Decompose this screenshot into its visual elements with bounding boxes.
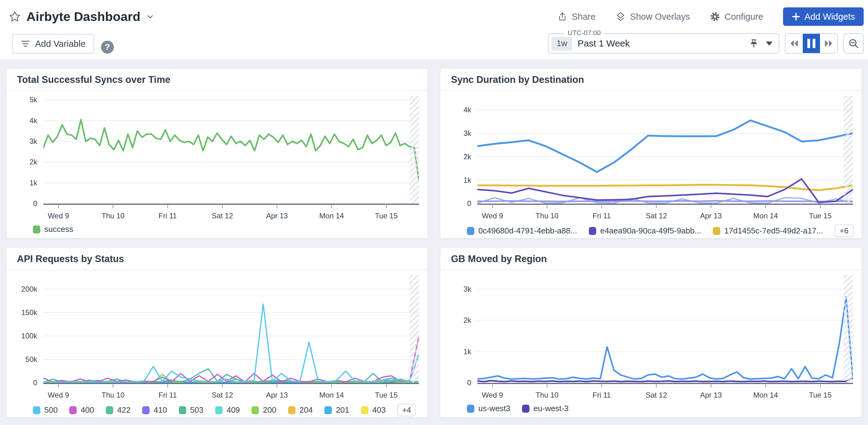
x-tick-label: Apr 13: [255, 212, 299, 220]
time-range-picker[interactable]: UTC-07:00 1w Past 1 Week: [548, 33, 779, 54]
add-widgets-button[interactable]: Add Widgets: [783, 7, 864, 26]
legend-item[interactable]: 409: [215, 405, 240, 415]
y-tick-label: 3k: [440, 129, 471, 138]
x-tick-label: Wed 9: [471, 391, 514, 399]
legend: success: [6, 223, 428, 234]
legend-item[interactable]: 500: [33, 405, 58, 415]
plus-icon: [792, 12, 800, 21]
x-tick-label: Fri 11: [146, 391, 189, 399]
legend-swatch: [251, 406, 259, 414]
legend-swatch: [324, 406, 332, 414]
x-tick-label: Sat 12: [635, 212, 678, 220]
chart-canvas[interactable]: [477, 275, 853, 388]
x-tick-label: Thu 10: [525, 391, 568, 399]
configure-button[interactable]: Configure: [710, 11, 763, 22]
legend-item[interactable]: success: [33, 224, 73, 234]
y-tick-label: 1k: [440, 176, 471, 184]
legend-swatch: [361, 406, 368, 414]
add-widgets-label: Add Widgets: [805, 12, 855, 22]
x-tick-label: Mon 14: [310, 391, 353, 399]
x-tick-label: Tue 15: [365, 212, 408, 220]
fast-forward-button[interactable]: [820, 34, 837, 53]
chart-canvas[interactable]: [477, 96, 853, 209]
caret-down-icon[interactable]: [766, 41, 773, 45]
help-icon[interactable]: ?: [101, 41, 114, 54]
dashboard-grid: Total Successful Syncs over Time Wed 9Th…: [0, 59, 868, 425]
x-tick-label: Thu 10: [525, 212, 568, 220]
y-tick-label: 0: [6, 378, 37, 387]
plot-area[interactable]: [477, 275, 853, 388]
legend-label: 0c49680d-4791-4ebb-a88...: [478, 226, 577, 236]
widget-title[interactable]: Sync Duration by Destination: [440, 69, 862, 91]
legend-swatch: [179, 406, 186, 414]
chart-api-requests: Wed 9Thu 10Fri 11Sat 12Apr 13Mon 14Tue 1…: [6, 270, 428, 416]
widget-title[interactable]: GB Moved by Region: [440, 248, 862, 270]
filter-icon: [21, 39, 30, 48]
legend-label: 403: [372, 405, 386, 415]
x-tick-label: Tue 15: [799, 391, 842, 399]
series-success: [43, 120, 419, 181]
chart-canvas[interactable]: [43, 96, 419, 209]
x-tick-label: Sat 12: [201, 212, 244, 220]
chart-canvas[interactable]: [43, 275, 419, 388]
legend-overflow-chip[interactable]: +6: [835, 224, 854, 237]
range-badge: 1w: [552, 37, 572, 51]
x-axis: Wed 9Thu 10Fri 11Sat 12Apr 13Mon 14Tue 1…: [43, 388, 419, 402]
x-axis: Wed 9Thu 10Fri 11Sat 12Apr 13Mon 14Tue 1…: [43, 209, 419, 223]
dashboard-header: Airbyte Dashboard Share Show Overlays: [0, 0, 868, 59]
legend-item[interactable]: 201: [324, 405, 349, 415]
page-title[interactable]: Airbyte Dashboard: [27, 9, 141, 24]
show-overlays-button[interactable]: Show Overlays: [615, 11, 690, 22]
gear-icon: [710, 11, 720, 22]
widget-title[interactable]: Total Successful Syncs over Time: [6, 69, 428, 91]
plot-area[interactable]: [43, 96, 419, 209]
legend-item[interactable]: e4aea90a-90ca-49f5-9abb...: [589, 226, 701, 236]
legend-item[interactable]: 422: [106, 405, 130, 415]
share-icon: [557, 12, 567, 22]
legend-item[interactable]: eu-west-3: [522, 404, 568, 413]
zoom-out-button[interactable]: [843, 33, 864, 54]
x-tick-label: Apr 13: [255, 391, 299, 399]
legend-item[interactable]: 0c49680d-4791-4ebb-a88...: [467, 226, 577, 236]
legend-item[interactable]: 200: [251, 405, 276, 415]
chevron-down-icon[interactable]: [146, 12, 155, 21]
legend-item[interactable]: 400: [69, 405, 94, 415]
future-hatch-region: [410, 96, 419, 204]
legend-item[interactable]: 204: [288, 405, 313, 415]
pause-icon: [807, 39, 815, 48]
widget-title[interactable]: API Requests by Status: [6, 248, 428, 270]
legend-item[interactable]: 410: [142, 405, 167, 415]
legend-swatch: [69, 406, 76, 414]
legend-item[interactable]: 17d1455c-7ed5-49d2-a17...: [713, 226, 823, 236]
legend-swatch: [713, 227, 720, 235]
plot-area[interactable]: [477, 96, 853, 209]
x-tick-label: Fri 11: [146, 212, 189, 220]
x-tick-label: Tue 15: [799, 212, 842, 220]
rewind-button[interactable]: [785, 34, 803, 53]
legend-overflow-chip[interactable]: +4: [397, 404, 416, 416]
y-tick-label: 0: [440, 199, 471, 208]
x-tick-label: Apr 13: [689, 212, 733, 220]
y-tick-label: 4k: [440, 105, 471, 114]
y-tick-label: 0: [440, 378, 471, 387]
y-tick-label: 2k: [440, 152, 471, 161]
add-variable-button[interactable]: Add Variable: [12, 34, 94, 54]
x-axis: Wed 9Thu 10Fri 11Sat 12Apr 13Mon 14Tue 1…: [477, 388, 853, 402]
legend-label: 201: [336, 405, 349, 415]
legend-item[interactable]: 403: [361, 405, 386, 415]
legend-item[interactable]: 503: [179, 405, 204, 415]
legend-item[interactable]: us-west3: [467, 404, 510, 413]
star-icon[interactable]: [9, 10, 21, 23]
y-tick-label: 2k: [440, 316, 471, 325]
legend-swatch: [142, 406, 150, 414]
share-button[interactable]: Share: [557, 12, 595, 22]
rewind-icon: [789, 39, 799, 48]
pause-button[interactable]: [803, 34, 820, 53]
x-tick-label: Sat 12: [635, 391, 678, 399]
pin-icon[interactable]: [749, 38, 758, 48]
plot-area[interactable]: [43, 275, 419, 388]
x-tick-label: Fri 11: [580, 212, 623, 220]
y-tick-label: 3k: [6, 137, 37, 146]
y-tick-label: 150k: [6, 308, 37, 317]
widget-total-successful-syncs: Total Successful Syncs over Time Wed 9Th…: [6, 68, 428, 238]
